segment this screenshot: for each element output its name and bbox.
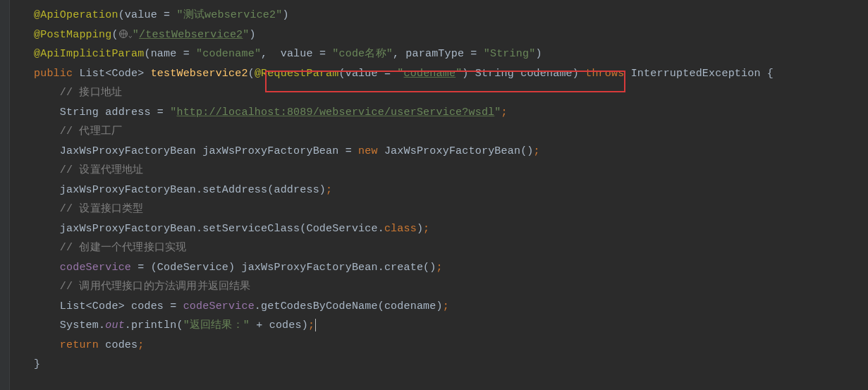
string-quote: " [494, 106, 501, 118]
annotation: @RequestParam [255, 68, 339, 80]
semi: ; [326, 184, 332, 196]
code-line[interactable]: @PostMapping(⌄"/testWebservice2") [10, 25, 868, 45]
code: ) [417, 223, 423, 235]
sep: , [393, 48, 405, 60]
code-line[interactable]: // 创建一个代理接口实现 [10, 238, 868, 258]
code-line[interactable]: jaxWsProxyFactoryBean.setAddress(address… [10, 181, 868, 200]
annotation: @ApiImplicitParam [34, 48, 144, 60]
string: "codename" [196, 48, 261, 60]
paren: ( [339, 68, 346, 80]
code: codes [105, 339, 137, 351]
comment: // 设置接口类型 [60, 203, 144, 215]
comment: // 创建一个代理接口实现 [60, 242, 187, 254]
string: "返回结果：" [183, 319, 257, 331]
comment: // 调用代理接口的方法调用并返回结果 [60, 281, 251, 293]
field: codeService [60, 262, 131, 274]
paren: ) [573, 68, 585, 80]
paren: ) [282, 9, 288, 21]
comment: // 设置代理地址 [60, 164, 144, 176]
paren: ( [111, 29, 118, 41]
param: String codename [475, 68, 573, 80]
semi: ; [501, 106, 508, 118]
string-codename: codename [404, 68, 456, 80]
attr: value = [125, 9, 177, 21]
code: System. [60, 319, 105, 331]
attr: paramType = [405, 48, 483, 60]
code: String address = [60, 106, 170, 118]
code-line[interactable]: System.out.println("返回结果：" + codes); [10, 316, 868, 336]
brace: { [767, 68, 774, 80]
attr: value = [281, 48, 333, 60]
code-line[interactable]: String address = "http://localhost:8089/… [10, 103, 868, 123]
annotation: @ApiOperation [34, 9, 118, 21]
code: JaxWsProxyFactoryBean() [384, 145, 534, 157]
code-line[interactable]: // 设置接口类型 [10, 200, 868, 219]
code: = (CodeService) jaxWsProxyFactoryBean.cr… [131, 262, 436, 274]
code-line[interactable]: // 设置代理地址 [10, 161, 868, 181]
code-line[interactable]: jaxWsProxyFactoryBean.setServiceClass(Co… [10, 219, 868, 239]
semi: ; [436, 262, 443, 274]
code-line[interactable]: codeService = (CodeService) jaxWsProxyFa… [10, 258, 868, 278]
paren: ) [535, 48, 542, 60]
exception: InterruptedException [631, 68, 767, 80]
editor-gutter [0, 0, 10, 390]
string-quote: " [243, 29, 249, 41]
comment: // 代理工厂 [60, 126, 122, 138]
string: "测试webservice2" [176, 9, 282, 21]
code-editor[interactable]: @ApiOperation(value = "测试webservice2") @… [0, 0, 868, 390]
keyword-class: class [384, 223, 417, 235]
semi: ; [534, 145, 540, 157]
keyword-new: new [358, 145, 384, 157]
code-line[interactable]: @ApiImplicitParam(name = "codename", val… [10, 44, 868, 64]
text-caret [315, 319, 316, 331]
code-line[interactable]: JaxWsProxyFactoryBean jaxWsProxyFactoryB… [10, 142, 868, 162]
code: jaxWsProxyFactoryBean.setServiceClass(Co… [60, 223, 384, 235]
code: jaxWsProxyFactoryBean.setAddress(address… [60, 184, 326, 196]
url-link[interactable]: http://localhost:8089/webservice/userSer… [176, 106, 494, 118]
string: "String" [484, 48, 536, 60]
code: .println( [125, 319, 183, 331]
semi: ; [423, 223, 429, 235]
code-line[interactable]: public List<Code> testWebservice2(@Reque… [10, 64, 868, 84]
string-quote: " [133, 29, 139, 41]
keyword-throws: throws [585, 68, 630, 80]
semi: ; [137, 339, 144, 351]
code-line[interactable]: return codes; [10, 336, 868, 355]
code: JaxWsProxyFactoryBean jaxWsProxyFactoryB… [60, 145, 358, 157]
code-line[interactable]: List<Code> codes = codeService.getCodesB… [10, 297, 868, 317]
code: List<Code> codes = [60, 300, 183, 312]
field: codeService [183, 300, 255, 312]
semi: ; [443, 300, 449, 312]
string-quote: " [456, 68, 462, 80]
attr: name = [151, 48, 196, 60]
url-link[interactable]: /testWebservice2 [139, 29, 243, 41]
paren: ) [250, 29, 256, 41]
type: List<Code> [79, 68, 150, 80]
code-line[interactable]: @ApiOperation(value = "测试webservice2") [10, 6, 868, 25]
comment: // 接口地址 [60, 87, 122, 99]
keyword-public: public [34, 68, 79, 80]
static-field: out [105, 319, 125, 331]
code-line[interactable]: // 代理工厂 [10, 122, 868, 142]
keyword-return: return [60, 339, 105, 351]
string: "code名称" [332, 48, 393, 60]
globe-icon [118, 29, 128, 39]
code-line[interactable]: // 调用代理接口的方法调用并返回结果 [10, 277, 868, 297]
method-name: testWebservice2 [151, 68, 248, 80]
annotation: @PostMapping [34, 29, 111, 41]
paren: ( [118, 9, 125, 21]
brace: } [34, 358, 40, 370]
code-line[interactable]: // 接口地址 [10, 83, 868, 103]
sep: , [261, 48, 281, 60]
code-line[interactable]: } [10, 355, 868, 374]
string-quote: " [397, 68, 403, 80]
paren: ( [144, 48, 150, 60]
attr: value = [346, 68, 398, 80]
paren: ) [462, 68, 475, 80]
paren: ( [248, 68, 255, 80]
semi: ; [308, 319, 314, 331]
code: .getCodesByCodeName(codename) [255, 300, 443, 312]
code: + codes) [256, 319, 308, 331]
